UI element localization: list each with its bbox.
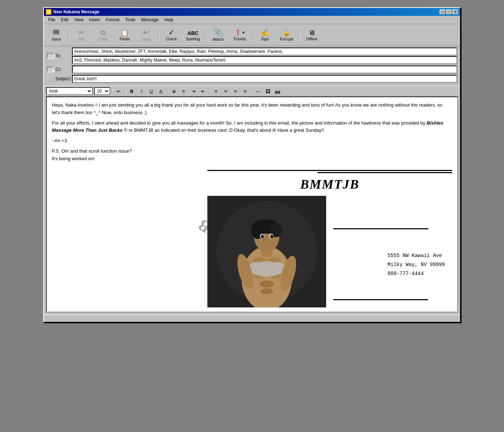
priority-label: Priority (234, 37, 246, 41)
undo-label: Undo (141, 37, 151, 41)
undo-icon (143, 28, 149, 36)
to-input-area (72, 48, 457, 64)
formatting-bar: Arial 10 ⇤ B I U A ≣ ≡ ⇥ ⇤ ≡ ≡ ≡ ≡ — 🖼 📷 (44, 86, 460, 96)
undo-button[interactable]: Undo (136, 26, 156, 44)
spelling-label: Spelling (186, 37, 200, 41)
bold-button[interactable]: B (127, 87, 136, 95)
send-label: Send (51, 37, 61, 41)
menu-message[interactable]: Message (138, 17, 162, 23)
indent-decrease-button[interactable]: ⇤ (114, 87, 123, 95)
body-ps: P.S. Oh! and that scroll function issue?… (52, 148, 445, 163)
unordered-list-button[interactable]: ≡ (179, 87, 188, 95)
maximize-button[interactable]: □ (446, 9, 452, 14)
attach-icon (213, 28, 223, 36)
figure-svg (207, 196, 326, 307)
font-color-button[interactable]: A (157, 87, 165, 95)
encrypt-label: Encrypt (280, 37, 293, 41)
menu-insert[interactable]: Insert (86, 17, 103, 23)
send-button[interactable]: Send (46, 26, 66, 44)
address-block: 5555 NW Kawaii Ave Milky Way, NV 99999 8… (387, 251, 445, 279)
close-button[interactable]: ✕ (453, 9, 458, 14)
menu-format[interactable]: Format (103, 17, 122, 23)
attach-button[interactable]: Attach (208, 26, 228, 44)
size-select[interactable]: 10 (94, 87, 110, 95)
insert-image-button[interactable]: 🖼 (264, 87, 272, 95)
sign-label: Sign (261, 37, 269, 41)
signature-area: BMMTJB BMTJB (52, 170, 452, 307)
body-content: Heya, Naka-lovelies~! I am just sending … (52, 102, 445, 163)
minimize-button[interactable]: — (440, 9, 445, 14)
insert-photo-button[interactable]: 📷 (273, 87, 282, 95)
encrypt-button[interactable]: Encrypt (276, 26, 297, 44)
body-paragraph-2: For all your efforts, I went ahead and d… (52, 120, 445, 135)
form-area: 📧 To: 📧 Cc: Subject: (44, 46, 460, 86)
sign-button[interactable]: Sign (255, 26, 275, 44)
to-icon: 📧 (47, 53, 54, 59)
fmt-sep-4 (209, 88, 210, 94)
check-button[interactable]: Check (161, 26, 181, 44)
paste-button[interactable]: Paste (114, 26, 135, 44)
menu-view[interactable]: View (71, 17, 86, 23)
encrypt-icon (283, 29, 291, 36)
sig-middle-line (333, 228, 428, 229)
to-row: 📧 To: (47, 48, 457, 64)
sign-icon (261, 29, 270, 36)
underline-button[interactable]: U (147, 87, 156, 95)
offline-button[interactable]: Offline (302, 26, 322, 44)
check-label: Check (166, 37, 177, 41)
fmt-sep-2 (125, 88, 126, 94)
copy-label: Copy (98, 37, 108, 41)
menu-tools[interactable]: Tools (122, 17, 138, 23)
massage-image (207, 196, 326, 307)
to-input-line2[interactable] (72, 56, 457, 64)
ordered-list-button[interactable]: ≣ (170, 87, 178, 95)
offline-icon (309, 29, 315, 36)
toolbar-separator-2 (158, 27, 159, 43)
address-line2: Milky Way, NV 99999 (387, 260, 445, 269)
svg-rect-18 (207, 196, 326, 307)
sig-right: BMMTJB BMTJB (207, 170, 452, 307)
body-signature: ~Ari <3 (52, 137, 445, 145)
align-center-button[interactable]: ≡ (221, 87, 230, 95)
title-buttons: — □ ✕ (440, 9, 458, 14)
send-icon (53, 28, 59, 36)
attach-label: Attach (212, 37, 224, 41)
copy-button[interactable]: Copy (93, 26, 113, 44)
fmt-sep-1 (112, 88, 113, 94)
sig-bottom-line (333, 299, 428, 300)
address-line1: 5555 NW Kawaii Ave (387, 251, 445, 260)
indent-increase-button[interactable]: ⇥ (189, 87, 198, 95)
paste-icon (121, 29, 129, 36)
fmt-sep-5 (251, 88, 252, 94)
cc-icon: 📧 (47, 67, 54, 72)
italic-button[interactable]: I (137, 87, 146, 95)
menu-edit[interactable]: Edit (58, 17, 71, 23)
font-select[interactable]: Arial (46, 87, 93, 95)
priority-button[interactable]: ❗▼ Priority (230, 26, 250, 44)
subject-input[interactable] (72, 75, 457, 83)
to-input-line1[interactable] (72, 48, 457, 55)
menu-bar: File Edit View Insert Format Tools Messa… (44, 16, 460, 24)
cc-input[interactable] (72, 66, 457, 73)
copy-icon (100, 29, 105, 36)
cc-row: 📧 Cc: (47, 66, 457, 73)
to-label: To: (55, 53, 61, 58)
align-left-button[interactable]: ≡ (212, 87, 220, 95)
justify-button[interactable]: ≡ (241, 87, 249, 95)
message-body[interactable]: Heya, Naka-lovelies~! I am just sending … (46, 96, 458, 312)
align-right-button[interactable]: ≡ (231, 87, 240, 95)
cut-icon (78, 29, 85, 36)
title-bar-left: ✉ New Nakama Message (46, 9, 99, 15)
menu-help[interactable]: Help (162, 17, 176, 23)
spelling-icon (188, 29, 198, 36)
subject-label: Subject: (55, 76, 71, 81)
menu-file[interactable]: File (45, 17, 58, 23)
outdent-button[interactable]: ⇤ (199, 87, 207, 95)
cut-button[interactable]: Cut (71, 26, 91, 44)
to-label-container: 📧 To: (47, 53, 72, 59)
cc-label: Cc: (55, 67, 62, 72)
paste-label: Paste (120, 37, 130, 41)
horizontal-rule-button[interactable]: — (254, 87, 262, 95)
spelling-button[interactable]: Spelling (183, 26, 203, 44)
window-title: New Nakama Message (53, 9, 99, 14)
